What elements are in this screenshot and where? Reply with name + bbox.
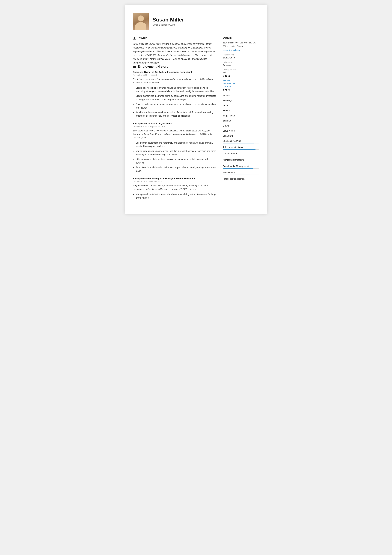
link-website[interactable]: Website <box>223 79 259 81</box>
candidate-name: Susan Miller <box>152 17 184 23</box>
skill-bar-fill <box>223 143 254 143</box>
employment-section-title: Employment History <box>133 65 216 68</box>
avatar <box>133 13 149 30</box>
skill-bar-label: Telecommunications <box>223 146 259 148</box>
left-column: Profile Small Business Owner with 10 yea… <box>133 36 216 204</box>
skill-bar-fill <box>223 149 256 150</box>
header: Susan Miller Small Business Owner <box>133 13 259 30</box>
skills-section: Skills WorkEtc Zen Payroll Adios Booker … <box>223 88 259 183</box>
list-item: Market products such as wireless, cellul… <box>136 149 216 156</box>
detail-email: susan@email.com <box>223 49 259 51</box>
skill-bar-label: Marketing Campaigns <box>223 159 259 161</box>
skill-item-bar: Financial Management <box>223 176 259 183</box>
skill-bar-track <box>223 156 259 156</box>
job-3: Enterprise Sales Manager at IR Digital M… <box>133 177 216 200</box>
resume-container: Susan Miller Small Business Owner Profil… <box>125 5 267 214</box>
links-section: Links Website Visualize.me Linkedin <box>223 74 259 88</box>
skill-bar-label: Life Insurance <box>223 152 259 155</box>
employment-icon <box>133 65 136 68</box>
skill-item-bar: Social Media Management <box>223 164 259 170</box>
profile-text: Small Business Owner with 10 years' expe… <box>133 42 216 65</box>
detail-address: 1515 Pacific Ave, Los Angeles, CA 90291,… <box>223 41 259 48</box>
skill-bar-label: Recruitment <box>223 171 259 174</box>
job-2-title: Entrepreneur at VodaCell, Portland <box>133 122 216 125</box>
link-linkedin[interactable]: Linkedin <box>223 85 259 88</box>
profile-section-title: Profile <box>133 36 216 40</box>
job-3-summary: Negotiated new service level agreements … <box>133 184 216 191</box>
profile-icon <box>133 37 136 40</box>
driving-license-value: Full <box>223 71 259 74</box>
skill-bar-track <box>223 175 259 175</box>
skill-item-bar: Recruitment <box>223 170 259 176</box>
list-item: Utilize customer statements to analyze s… <box>136 157 216 164</box>
job-1: Business Owner at Go-To Life Insurance, … <box>133 71 216 118</box>
skill-bar-track <box>223 143 259 143</box>
employment-section: Employment History Business Owner at Go-… <box>133 65 216 200</box>
skill-item: Zen Payroll <box>223 98 259 103</box>
skill-item: WorkEtc <box>223 93 259 98</box>
job-1-period: November 2013 – Present <box>133 74 216 76</box>
list-item: Ensure that equipment and machinery are … <box>136 141 216 148</box>
job-2-summary: Built client base from 0 to 60 clients, … <box>133 129 216 139</box>
list-item: Provide administrative services inclusiv… <box>136 111 216 118</box>
skill-item: Zenefits <box>223 118 259 123</box>
skill-bar-fill <box>223 175 250 175</box>
body: Profile Small Business Owner with 10 yea… <box>133 36 259 204</box>
skill-item: Adios <box>223 103 259 108</box>
skill-bar-track <box>223 149 259 150</box>
list-item: Create business plans, arrange financing… <box>136 86 216 93</box>
skill-item: Oracle <box>223 123 259 128</box>
list-item: Create customized insurance plans by cal… <box>136 94 216 101</box>
job-3-bullets: Manage web portal e-Commerce business sp… <box>133 193 216 200</box>
place-of-birth-value: San Antonio <box>223 56 259 59</box>
job-3-title: Enterprise Sales Manager at IR Digital M… <box>133 177 216 180</box>
skill-item: Sage Pastel <box>223 113 259 118</box>
skill-bar-fill <box>223 168 253 169</box>
details-section: Details 1515 Pacific Ave, Los Angeles, C… <box>223 36 259 74</box>
skill-bar-fill <box>223 181 251 181</box>
candidate-title: Small Business Owner <box>152 23 184 26</box>
nationality-value: American <box>223 64 259 66</box>
skill-bar-track <box>223 162 259 162</box>
svg-point-0 <box>134 37 135 38</box>
links-title: Links <box>223 74 259 78</box>
skill-item: Booker <box>223 108 259 113</box>
driving-license-label: Driving license <box>223 69 259 71</box>
skill-bar-fill <box>223 162 255 162</box>
job-3-period: October 2006 – December 2007 <box>133 180 216 183</box>
job-2-period: December 2008 – September 2013 <box>133 125 216 128</box>
place-of-birth-label: Place of birth <box>223 54 259 56</box>
job-2-bullets: Ensure that equipment and machinery are … <box>133 141 216 173</box>
skill-bar-track <box>223 168 259 169</box>
details-title: Details <box>223 36 259 39</box>
skill-item-bar: Business Planning <box>223 139 259 145</box>
right-column: Details 1515 Pacific Ave, Los Angeles, C… <box>223 36 259 204</box>
job-1-title: Business Owner at Go-To Life Insurance, … <box>133 71 216 73</box>
link-visualize[interactable]: Visualize.me <box>223 82 259 85</box>
job-1-bullets: Create business plans, arrange financing… <box>133 86 216 118</box>
nationality-label: Nationality <box>223 61 259 63</box>
skills-title: Skills <box>223 88 259 91</box>
job-2: Entrepreneur at VodaCell, Portland Decem… <box>133 122 216 173</box>
skill-item-bar: Marketing Campaigns <box>223 157 259 164</box>
skill-item-bar: Telecommunications <box>223 145 259 151</box>
svg-rect-1 <box>133 66 136 68</box>
list-item: Promotion via social media platforms to … <box>136 166 216 173</box>
profile-section: Profile Small Business Owner with 10 yea… <box>133 36 216 65</box>
skill-bar-label: Social Media Management <box>223 165 259 168</box>
skill-bar-track <box>223 181 259 181</box>
list-item: Obtains underwriting approval by managin… <box>136 102 216 110</box>
skill-item: VanGuard <box>223 133 259 139</box>
job-1-summary: Established email marketing campaigns th… <box>133 77 216 85</box>
skill-item-bar: Life Insurance <box>223 151 259 157</box>
skill-bar-label: Business Planning <box>223 140 259 142</box>
skill-bar-label: Financial Management <box>223 178 259 180</box>
skill-item: Lotus Notes <box>223 128 259 133</box>
header-text: Susan Miller Small Business Owner <box>152 17 184 26</box>
skill-bar-fill <box>223 156 252 156</box>
list-item: Manage web portal e-Commerce business sp… <box>136 193 216 200</box>
